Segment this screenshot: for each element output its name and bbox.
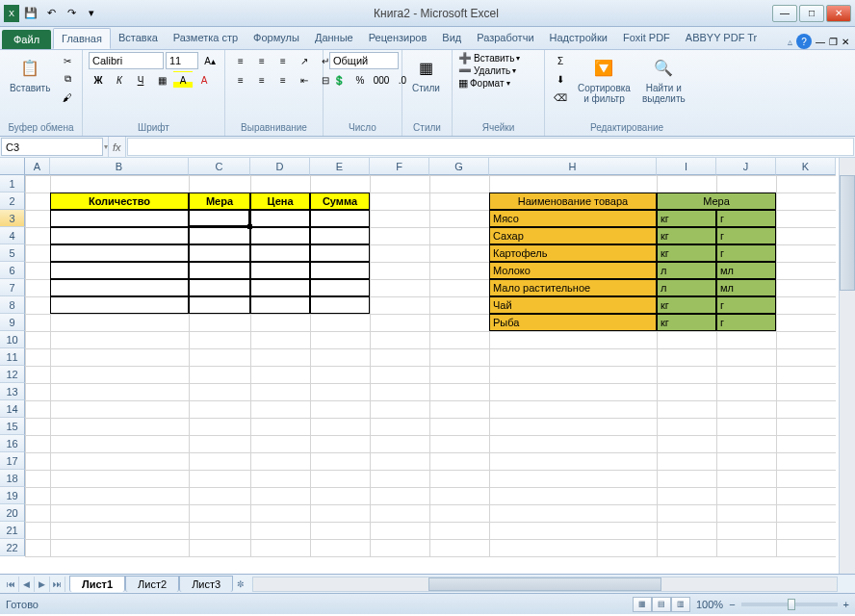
row-header-12[interactable]: 12 <box>0 366 25 383</box>
cell-B2[interactable]: Количество <box>50 192 189 210</box>
row-header-18[interactable]: 18 <box>0 470 25 487</box>
vertical-scrollbar[interactable] <box>839 158 855 574</box>
cell-C2[interactable]: Мера <box>189 192 250 210</box>
sheet-nav-last-icon[interactable]: ⏭ <box>50 577 65 592</box>
cut-icon[interactable]: ✂ <box>58 52 77 69</box>
cell-I6[interactable]: л <box>657 262 716 279</box>
increase-font-icon[interactable]: A▴ <box>200 52 220 69</box>
col-header-B[interactable]: B <box>50 158 189 175</box>
sheet-tab-1[interactable]: Лист2 <box>125 576 179 592</box>
clear-icon[interactable]: ⌫ <box>551 89 570 106</box>
cell-H5[interactable]: Картофель <box>489 244 657 262</box>
cell-I4[interactable]: кг <box>657 227 716 244</box>
cell-E8[interactable] <box>310 296 370 314</box>
align-top-icon[interactable]: ≡ <box>231 52 250 69</box>
doc-minimize-icon[interactable]: — <box>816 37 825 47</box>
row-header-11[interactable]: 11 <box>0 348 25 366</box>
cell-J9[interactable]: г <box>716 314 776 331</box>
row-header-16[interactable]: 16 <box>0 435 25 452</box>
row-header-13[interactable]: 13 <box>0 383 25 400</box>
cell-B8[interactable] <box>50 296 189 314</box>
cell-D4[interactable] <box>250 227 310 244</box>
page-layout-view-icon[interactable]: ▤ <box>652 597 671 612</box>
horizontal-scrollbar[interactable] <box>252 577 838 592</box>
sheet-tab-0[interactable]: Лист1 <box>69 576 125 592</box>
ribbon-tab-10[interactable]: ABBYY PDF Tr <box>678 28 764 49</box>
cell-D5[interactable] <box>250 244 310 262</box>
ribbon-tab-0[interactable]: Главная <box>53 28 111 49</box>
row-header-10[interactable]: 10 <box>0 331 25 348</box>
cell-J4[interactable]: г <box>716 227 776 244</box>
cell-D2[interactable]: Цена <box>250 192 310 210</box>
cell-H3[interactable]: Мясо <box>489 210 657 227</box>
format-cells-button[interactable]: ▦Формат▾ <box>458 77 510 90</box>
align-middle-icon[interactable]: ≡ <box>252 52 272 69</box>
qat-dropdown-icon[interactable]: ▾ <box>83 5 100 22</box>
cell-H6[interactable]: Молоко <box>489 262 657 279</box>
orientation-icon[interactable]: ↗ <box>295 52 314 69</box>
minimize-ribbon-icon[interactable]: ▵ <box>788 37 792 47</box>
cell-I3[interactable]: кг <box>657 210 716 227</box>
fill-icon[interactable]: ⬇ <box>551 70 570 88</box>
cell-D8[interactable] <box>250 296 310 314</box>
ribbon-tab-4[interactable]: Данные <box>307 28 361 49</box>
col-header-G[interactable]: G <box>429 158 489 175</box>
col-header-E[interactable]: E <box>310 158 370 175</box>
zoom-level[interactable]: 100% <box>696 599 723 610</box>
fx-icon[interactable]: fx <box>113 141 121 153</box>
align-left-icon[interactable]: ≡ <box>231 71 250 89</box>
formula-input[interactable] <box>127 138 854 156</box>
cell-D6[interactable] <box>250 262 310 279</box>
ribbon-tab-3[interactable]: Формулы <box>246 28 307 49</box>
sheet-nav-first-icon[interactable]: ⏮ <box>4 577 19 592</box>
row-header-20[interactable]: 20 <box>0 504 25 522</box>
cell-J5[interactable]: г <box>716 244 776 262</box>
vertical-scroll-thumb[interactable] <box>840 175 855 291</box>
row-header-4[interactable]: 4 <box>0 227 25 244</box>
delete-cells-button[interactable]: ➖Удалить▾ <box>458 64 516 77</box>
cell-C4[interactable] <box>189 227 250 244</box>
row-header-3[interactable]: 3 <box>0 210 25 227</box>
copy-icon[interactable]: ⧉ <box>58 70 77 88</box>
new-sheet-icon[interactable]: ✼ <box>233 577 248 592</box>
zoom-out-icon[interactable]: − <box>729 599 735 610</box>
cell-E4[interactable] <box>310 227 370 244</box>
cell-E2[interactable]: Сумма <box>310 192 370 210</box>
page-break-view-icon[interactable]: ▥ <box>671 597 690 612</box>
italic-button[interactable]: К <box>110 71 129 89</box>
ribbon-tab-6[interactable]: Вид <box>434 28 469 49</box>
fill-handle[interactable] <box>247 224 252 229</box>
format-painter-icon[interactable]: 🖌 <box>58 89 77 106</box>
sort-filter-button[interactable]: 🔽 Сортировка и фильтр <box>574 52 635 106</box>
number-format-combo[interactable]: Общий <box>329 52 399 69</box>
fill-color-icon[interactable]: A <box>173 71 193 89</box>
file-tab[interactable]: Файл <box>2 30 51 49</box>
cell-H9[interactable]: Рыба <box>489 314 657 331</box>
styles-button[interactable]: ▦ Стили <box>408 52 444 95</box>
row-header-6[interactable]: 6 <box>0 262 25 279</box>
row-header-22[interactable]: 22 <box>0 539 25 556</box>
ribbon-tab-2[interactable]: Разметка стр <box>166 28 246 49</box>
font-color-icon[interactable]: A <box>194 71 214 89</box>
cell-C7[interactable] <box>189 279 250 296</box>
font-size-combo[interactable]: 11 <box>166 52 198 69</box>
zoom-slider[interactable] <box>741 603 838 606</box>
cell-B6[interactable] <box>50 262 189 279</box>
col-header-D[interactable]: D <box>250 158 310 175</box>
currency-icon[interactable]: 💲 <box>329 71 349 89</box>
cell-D7[interactable] <box>250 279 310 296</box>
cell-D3[interactable] <box>250 210 310 227</box>
font-family-combo[interactable]: Calibri <box>89 52 164 69</box>
cell-I9[interactable]: кг <box>657 314 716 331</box>
name-box[interactable]: C3 <box>1 138 103 156</box>
ribbon-tab-8[interactable]: Надстройки <box>542 28 615 49</box>
sheet-nav-next-icon[interactable]: ▶ <box>35 577 50 592</box>
insert-cells-button[interactable]: ➕Вставить▾ <box>458 52 520 64</box>
cell-H2[interactable]: Наименование товара <box>489 192 657 210</box>
cell-E6[interactable] <box>310 262 370 279</box>
cell-B5[interactable] <box>50 244 189 262</box>
cell-C8[interactable] <box>189 296 250 314</box>
col-header-I[interactable]: I <box>657 158 716 175</box>
cell-I7[interactable]: л <box>657 279 716 296</box>
maximize-button[interactable]: □ <box>799 5 824 22</box>
